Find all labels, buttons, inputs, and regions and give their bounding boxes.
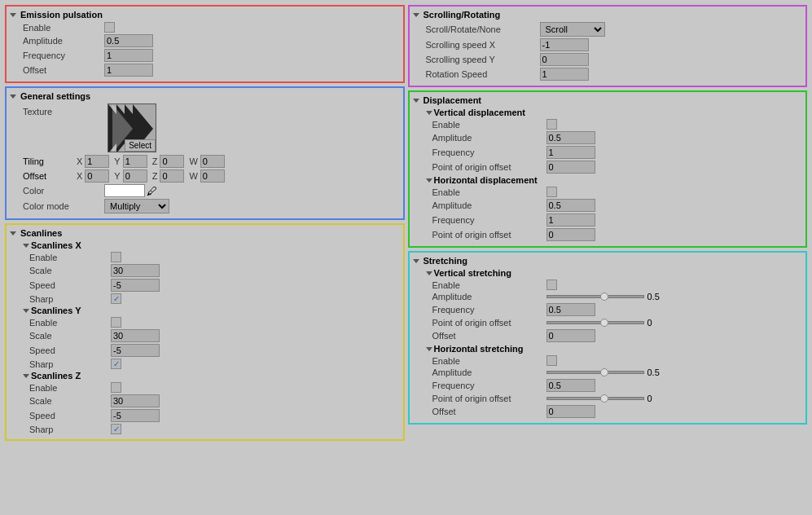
displacement-panel: Displacement Vertical displacement Enabl… xyxy=(408,90,808,248)
vdisp-origin-row: Point of origin offset xyxy=(413,161,803,174)
emission-amplitude-input[interactable] xyxy=(104,34,153,47)
scanlines-z-enable-label: Enable xyxy=(29,383,111,393)
scanlines-y-enable-checkbox[interactable] xyxy=(111,317,121,328)
emission-frequency-input[interactable] xyxy=(104,49,153,62)
general-title-text: General settings xyxy=(20,91,90,101)
scanlines-y-collapse-icon[interactable] xyxy=(23,309,29,313)
scanlines-z-collapse-icon[interactable] xyxy=(23,374,29,378)
tiling-x-label: X xyxy=(77,156,82,166)
hstretch-frequency-input[interactable] xyxy=(546,379,595,392)
vstretch-amplitude-slider-thumb[interactable] xyxy=(600,293,608,301)
vstretch-amplitude-slider-container: 0.5 xyxy=(546,292,803,302)
scrolling-collapse-icon[interactable] xyxy=(413,13,419,17)
vstretch-enable-row: Enable xyxy=(413,280,803,290)
hstretch-amplitude-slider-thumb[interactable] xyxy=(600,368,608,376)
hdisp-origin-label: Point of origin offset xyxy=(432,230,546,240)
scroll-speed-y-label: Scrolling speed Y xyxy=(426,55,540,64)
vstretch-frequency-input[interactable] xyxy=(546,303,595,316)
scanlines-x-title: Scanlines X xyxy=(10,240,400,250)
hstretch-origin-slider-track[interactable] xyxy=(546,397,644,400)
scanlines-z-scale-input[interactable] xyxy=(111,394,160,407)
scanlines-y-sharp-checkbox[interactable] xyxy=(111,359,121,369)
emission-collapse-icon[interactable] xyxy=(10,13,16,17)
vdisp-frequency-input[interactable] xyxy=(546,146,595,159)
hstretch-enable-row: Enable xyxy=(413,355,803,366)
hdisp-frequency-input[interactable] xyxy=(546,213,595,227)
scroll-speed-x-row: Scrolling speed X xyxy=(413,38,803,51)
hdisp-enable-checkbox[interactable] xyxy=(546,187,557,197)
horizontal-stretching-collapse-icon[interactable] xyxy=(426,347,432,351)
vstretch-amplitude-slider-track[interactable] xyxy=(546,295,644,298)
hstretch-amplitude-slider-track[interactable] xyxy=(546,371,644,374)
color-picker-icon[interactable]: 🖊 xyxy=(147,185,157,197)
hdisp-origin-input[interactable] xyxy=(546,228,595,241)
emission-title: Emission pulsation xyxy=(10,10,400,20)
vstretch-origin-value: 0 xyxy=(647,318,652,328)
vstretch-enable-checkbox[interactable] xyxy=(546,280,557,290)
stretching-collapse-icon[interactable] xyxy=(413,259,419,263)
scanlines-x-enable-row: Enable xyxy=(10,252,400,262)
hstretch-offset-input[interactable] xyxy=(546,405,595,418)
scanlines-z-speed-input[interactable] xyxy=(111,409,160,422)
scanlines-z-enable-checkbox[interactable] xyxy=(111,382,121,393)
vertical-stretching-collapse-icon[interactable] xyxy=(426,271,432,275)
vstretch-frequency-row: Frequency xyxy=(413,303,803,316)
scanlines-x-sharp-checkbox[interactable] xyxy=(111,293,121,304)
tiling-w-input[interactable] xyxy=(200,155,225,168)
scroll-mode-label: Scroll/Rotate/None xyxy=(426,24,540,34)
displacement-collapse-icon[interactable] xyxy=(413,99,419,103)
offset-w-input[interactable] xyxy=(200,169,225,183)
offset-x-input[interactable] xyxy=(85,169,109,183)
emission-frequency-row: Frequency xyxy=(10,49,400,62)
vdisp-origin-input[interactable] xyxy=(546,161,595,174)
emission-amplitude-row: Amplitude xyxy=(10,34,400,47)
vdisp-enable-checkbox[interactable] xyxy=(546,119,557,130)
tiling-y-input[interactable] xyxy=(123,155,147,168)
vdisp-enable-row: Enable xyxy=(413,119,803,130)
emission-offset-label: Offset xyxy=(23,65,104,75)
vstretch-origin-slider-track[interactable] xyxy=(546,321,644,324)
texture-thumbnail[interactable]: Select xyxy=(108,103,156,152)
vstretch-origin-slider-thumb[interactable] xyxy=(600,319,608,327)
offset-y-input[interactable] xyxy=(123,169,147,183)
vdisp-amplitude-input[interactable] xyxy=(546,131,595,144)
color-mode-dropdown[interactable]: Multiply xyxy=(104,199,169,213)
general-collapse-icon[interactable] xyxy=(10,95,16,99)
scanlines-collapse-icon[interactable] xyxy=(10,231,16,235)
hstretch-enable-checkbox[interactable] xyxy=(546,355,557,366)
scanlines-y-scale-input[interactable] xyxy=(111,329,160,342)
scanlines-x-speed-input[interactable] xyxy=(111,279,160,292)
scrolling-panel: Scrolling/Rotating Scroll/Rotate/None Sc… xyxy=(408,5,808,87)
scroll-mode-dropdown[interactable]: Scroll xyxy=(540,22,605,37)
scanlines-x-enable-checkbox[interactable] xyxy=(111,252,121,262)
scanlines-x-scale-input[interactable] xyxy=(111,264,160,277)
scroll-speed-y-input[interactable] xyxy=(540,53,589,66)
texture-select-button[interactable]: Select xyxy=(125,139,156,152)
emission-enable-checkbox[interactable] xyxy=(104,22,115,33)
offset-x-label: X xyxy=(77,171,82,181)
horizontal-displacement-collapse-icon[interactable] xyxy=(426,178,432,183)
scanlines-y-speed-input[interactable] xyxy=(111,344,160,357)
emission-amplitude-label: Amplitude xyxy=(23,36,104,46)
rotation-speed-input[interactable] xyxy=(540,68,589,81)
scanlines-x-sharp-label: Sharp xyxy=(29,294,111,304)
tiling-z-input[interactable] xyxy=(160,155,184,168)
scroll-mode-row: Scroll/Rotate/None Scroll xyxy=(413,22,803,37)
vstretch-amplitude-row: Amplitude 0.5 xyxy=(413,292,803,302)
offset-z-input[interactable] xyxy=(160,169,184,183)
vertical-displacement-collapse-icon[interactable] xyxy=(426,111,432,115)
scanlines-z-sharp-checkbox[interactable] xyxy=(111,424,121,434)
scanlines-z-scale-row: Scale xyxy=(10,394,400,407)
scroll-speed-x-input[interactable] xyxy=(540,38,589,51)
emission-offset-input[interactable] xyxy=(104,64,153,77)
vstretch-offset-input[interactable] xyxy=(546,329,595,342)
color-swatch[interactable] xyxy=(104,184,145,197)
offset-w-label: W xyxy=(189,171,197,181)
scanlines-x-enable-label: Enable xyxy=(29,253,111,262)
hdisp-amplitude-input[interactable] xyxy=(546,199,595,212)
general-offset-label: Offset xyxy=(23,171,72,181)
hstretch-origin-slider-thumb[interactable] xyxy=(600,394,608,403)
scroll-speed-y-row: Scrolling speed Y xyxy=(413,53,803,66)
tiling-x-input[interactable] xyxy=(85,155,109,168)
scanlines-x-collapse-icon[interactable] xyxy=(23,244,29,248)
